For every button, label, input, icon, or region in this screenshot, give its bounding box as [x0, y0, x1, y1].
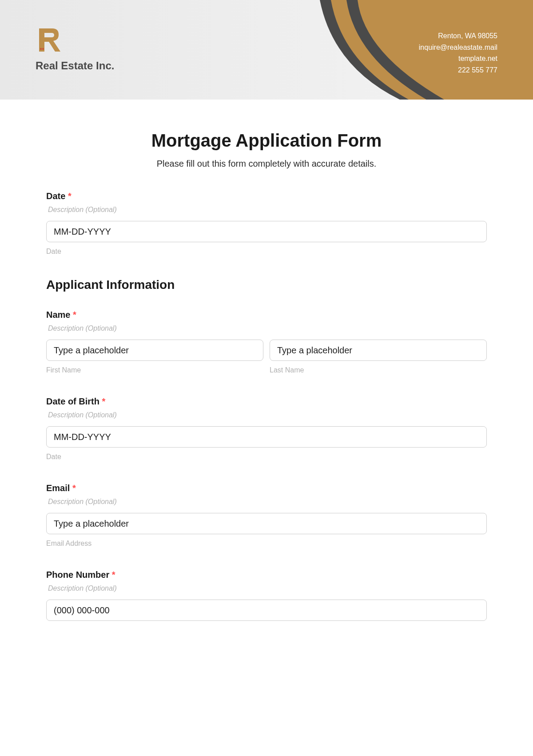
contact-address: Renton, WA 98055 — [419, 30, 497, 42]
email-label: Email * — [46, 483, 487, 493]
required-asterisk: * — [102, 396, 106, 406]
dob-sublabel: Date — [46, 453, 487, 461]
form-subtitle: Please fill out this form completely wit… — [46, 159, 487, 169]
phone-field-group: Phone Number * Description (Optional) — [46, 570, 487, 621]
contact-info: Renton, WA 98055 inquire@realeastate.mai… — [419, 30, 497, 76]
first-name-input[interactable] — [46, 340, 263, 361]
date-sublabel: Date — [46, 248, 487, 256]
date-field-group: Date * Description (Optional) Date — [46, 191, 487, 256]
date-description: Description (Optional) — [46, 206, 487, 214]
email-sublabel: Email Address — [46, 540, 487, 548]
contact-website: template.net — [419, 53, 497, 64]
required-asterisk: * — [68, 191, 72, 201]
date-label: Date * — [46, 191, 487, 201]
company-logo-icon — [36, 26, 64, 54]
company-name: Real Estate Inc. — [36, 60, 114, 72]
required-asterisk: * — [73, 310, 76, 320]
form-container: Mortgage Application Form Please fill ou… — [0, 100, 533, 661]
form-title: Mortgage Application Form — [46, 131, 487, 151]
applicant-section-heading: Applicant Information — [46, 278, 487, 292]
phone-description: Description (Optional) — [46, 584, 487, 592]
name-label: Name * — [46, 310, 487, 320]
required-asterisk: * — [112, 570, 115, 580]
dob-description: Description (Optional) — [46, 411, 487, 419]
svg-rect-0 — [40, 48, 42, 50]
email-description: Description (Optional) — [46, 498, 487, 506]
dob-input[interactable] — [46, 426, 487, 448]
page-header: Real Estate Inc. Renton, WA 98055 inquir… — [0, 0, 533, 100]
last-name-input[interactable] — [270, 340, 487, 361]
name-field-group: Name * Description (Optional) First Name… — [46, 310, 487, 374]
name-description: Description (Optional) — [46, 324, 487, 332]
required-asterisk: * — [72, 483, 76, 493]
email-input[interactable] — [46, 513, 487, 534]
date-input[interactable] — [46, 221, 487, 242]
contact-phone: 222 555 777 — [419, 64, 497, 76]
dob-label: Date of Birth * — [46, 396, 487, 407]
last-name-sublabel: Last Name — [270, 366, 487, 374]
first-name-sublabel: First Name — [46, 366, 263, 374]
email-field-group: Email * Description (Optional) Email Add… — [46, 483, 487, 548]
contact-email: inquire@realeastate.mail — [419, 42, 497, 53]
phone-label: Phone Number * — [46, 570, 487, 580]
dob-field-group: Date of Birth * Description (Optional) D… — [46, 396, 487, 461]
phone-input[interactable] — [46, 600, 487, 621]
name-inputs-row: First Name Last Name — [46, 340, 487, 374]
logo-section: Real Estate Inc. — [36, 26, 114, 72]
svg-rect-1 — [42, 48, 44, 50]
